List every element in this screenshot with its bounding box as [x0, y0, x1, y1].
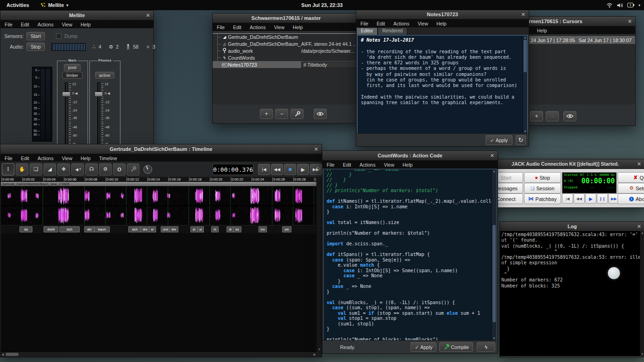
wifi-icon[interactable]	[606, 3, 612, 8]
menu-item-help[interactable]: Help	[432, 21, 451, 26]
word-region[interactable]: dre	[140, 226, 150, 232]
table-row[interactable]: ◢Gertrude_DaDrehtSichDerBaum	[213, 34, 360, 41]
menu-item-help[interactable]: Help	[76, 22, 95, 27]
menu-item-edit[interactable]: Edit	[373, 21, 389, 26]
workspace-titlebar[interactable]: Schwaermen170615 / master	[213, 13, 360, 23]
scrollbar-thumb[interactable]	[6, 353, 19, 356]
notes-titlebar[interactable]: Notes170723 ✕	[356, 10, 529, 19]
fade-tool[interactable]: ◢	[44, 163, 56, 175]
menu-item-actions[interactable]: Actions	[33, 156, 57, 161]
clock[interactable]: Sun Jul 23, 22:33	[0, 2, 644, 8]
scroll-left-icon[interactable]: ◀	[1, 353, 4, 356]
menu-item-actions[interactable]: Actions	[246, 25, 270, 30]
close-icon[interactable]: ✕	[146, 11, 150, 20]
remove-button[interactable]: −	[546, 111, 559, 121]
jack-pause-button[interactable]: ❙❙	[597, 193, 608, 204]
table-row[interactable]: ϟCountWords	[213, 54, 360, 61]
volume-icon[interactable]	[617, 3, 623, 8]
solo-tool[interactable]: O	[113, 163, 126, 175]
remove-button[interactable]: −	[275, 109, 288, 119]
log-scrollbar[interactable]: ▲ ▼	[640, 231, 644, 356]
menu-item-help[interactable]: Help	[76, 156, 95, 161]
word-region[interactable]: es	[233, 226, 241, 232]
apply-button[interactable]: ✓ Apply	[410, 342, 436, 352]
limiter-button[interactable]: limiter	[62, 72, 82, 79]
menu-item-file[interactable]: File	[356, 21, 373, 26]
battery-icon[interactable]	[627, 3, 634, 7]
code-scrollbar[interactable]: ▲ ▼	[492, 169, 496, 340]
jack-about-button[interactable]: iAbout...	[618, 193, 644, 204]
menu-item-view[interactable]: View	[57, 156, 76, 161]
fader-thumb[interactable]	[62, 92, 70, 97]
add-button[interactable]: +	[260, 109, 273, 119]
compile-button[interactable]: Compile	[439, 342, 473, 352]
jack-play-button[interactable]: ▶	[585, 193, 596, 204]
menu-item-file[interactable]: File	[322, 162, 339, 168]
log-titlebar[interactable]: Log ✕	[500, 222, 644, 231]
play-button[interactable]: ▶	[297, 164, 309, 175]
menu-item-view[interactable]: View	[413, 21, 432, 26]
word-region[interactable]: ur	[197, 226, 204, 232]
close-icon[interactable]: ✕	[628, 17, 632, 26]
jack-patchbay-button[interactable]: ⋈Patchbay	[524, 193, 561, 204]
menu-item-edit[interactable]: Edit	[229, 25, 246, 30]
sensors-start-button[interactable]: Start	[26, 32, 45, 40]
word-region[interactable]: der	[84, 226, 95, 232]
tab-editor[interactable]: Editor	[356, 27, 378, 35]
menu-item-file[interactable]: File	[0, 156, 17, 161]
view-button[interactable]	[563, 111, 576, 121]
menu-item-view[interactable]: View	[270, 25, 289, 30]
word-region[interactable]: und	[161, 226, 170, 232]
timeline-titlebar[interactable]: Gertrude_DaDrehtSichDerBaum : Timeline ✕	[0, 144, 322, 154]
waveform-region[interactable]	[1, 186, 316, 225]
word-region[interactable]: sich	[128, 226, 141, 232]
menu-item-view[interactable]: View	[57, 22, 76, 27]
hand-tool[interactable]: ✋	[16, 163, 28, 175]
log-output[interactable]: /tmp/temp4038955419758917632.scala:43: e…	[500, 231, 644, 356]
menu-item-edit[interactable]: Edit	[17, 22, 33, 27]
scroll-down-icon[interactable]: ▼	[640, 353, 644, 356]
jack-quit-button[interactable]: ✘Quit	[618, 172, 644, 183]
audio-stop-button[interactable]: Stop	[26, 43, 45, 51]
jack-stop-button[interactable]: ■Stop	[524, 172, 561, 183]
dump-checkbox[interactable]	[56, 33, 62, 39]
tab-rendered[interactable]: Rendered	[378, 27, 407, 35]
scroll-down-icon[interactable]: ▼	[523, 130, 527, 133]
word-region[interactable]: dre	[169, 226, 178, 232]
fader-thumb[interactable]	[95, 92, 103, 97]
word-region[interactable]: er	[149, 226, 156, 232]
menu-item-actions[interactable]: Actions	[389, 21, 413, 26]
tray-chevron-icon[interactable]: ▾	[638, 3, 640, 7]
apply-button[interactable]: ✓ Apply	[486, 135, 512, 145]
countwords-titlebar[interactable]: CountWords : Action Code ✕	[322, 151, 498, 161]
close-icon[interactable]: ✕	[521, 10, 525, 19]
menu-item-actions[interactable]: Actions	[33, 22, 57, 27]
close-icon[interactable]: ✕	[637, 222, 641, 231]
scroll-right-icon[interactable]: ▶	[314, 353, 316, 356]
menu-item-timeline[interactable]: Timeline	[95, 156, 121, 161]
activities-button[interactable]: Activities	[0, 2, 36, 8]
notes-editor[interactable]: # Notes 17-Jul-2017 - the recording of t…	[357, 35, 528, 134]
word-region[interactable]: m	[211, 226, 219, 232]
word-region[interactable]: dreht	[44, 226, 58, 232]
app-menu[interactable]: Mellite ▾	[36, 2, 73, 8]
scroll-up-icon[interactable]: ▲	[523, 36, 527, 39]
menu-item-file[interactable]: File	[0, 22, 17, 27]
menu-item-file[interactable]: File	[213, 25, 229, 30]
jack-titlebar[interactable]: JACK Audio Connection Kit [(default)] St…	[486, 159, 644, 169]
horizontal-scrollbar[interactable]: ◀ ▶	[0, 351, 317, 357]
patch-tool[interactable]	[127, 163, 139, 175]
menu-item-help[interactable]: Help	[289, 25, 307, 30]
jack-setup-button[interactable]: ⚙Setup...	[618, 183, 644, 193]
menu-item-help[interactable]: Help	[533, 28, 551, 33]
word-region[interactable]: ein	[282, 226, 291, 232]
loop-icon[interactable]: ↻	[316, 166, 321, 172]
edit-button[interactable]	[290, 109, 303, 119]
trim-tool[interactable]: ❏	[30, 163, 42, 175]
word-region[interactable]: mx	[259, 226, 267, 232]
view-button[interactable]	[314, 109, 327, 119]
word-region[interactable]: er	[190, 226, 198, 232]
cursor-tool[interactable]: I	[2, 163, 14, 175]
menu-item-edit[interactable]: Edit	[339, 162, 355, 168]
vertical-scrollbar[interactable]: ▼	[316, 177, 322, 351]
